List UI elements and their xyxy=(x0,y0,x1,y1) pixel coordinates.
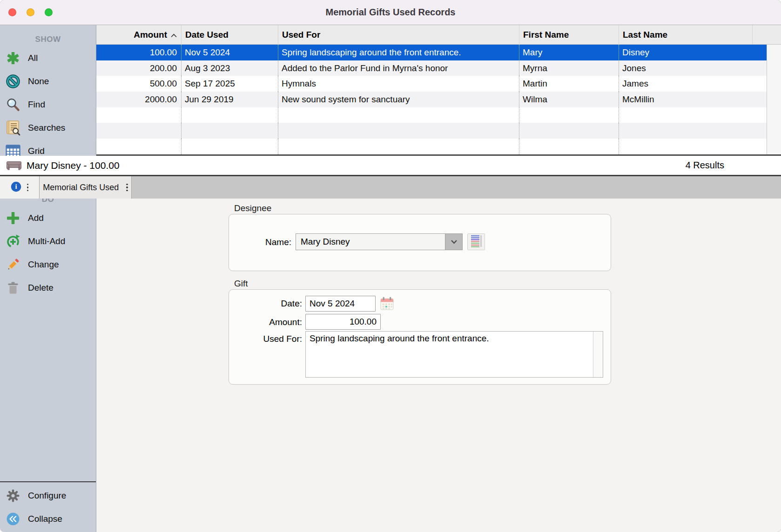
calendar-icon[interactable] xyxy=(380,297,394,310)
cell-first-name[interactable] xyxy=(519,107,619,123)
app-window: Memorial Gifts Used Records SHOWAllNoneF… xyxy=(0,0,781,532)
sidebar-item-add[interactable]: Add xyxy=(0,206,96,230)
sidebar-item-label: Change xyxy=(28,259,59,270)
cell-used-for[interactable]: Spring landscaping around the front entr… xyxy=(278,45,519,60)
sidebar-item-all[interactable]: All xyxy=(0,47,96,70)
sidebar-item-searches[interactable]: Searches xyxy=(0,116,96,140)
cell-amount[interactable] xyxy=(96,139,181,154)
cell-used-for[interactable] xyxy=(278,139,519,154)
cell-last-name[interactable]: McMillin xyxy=(619,92,767,107)
column-header-amount[interactable]: Amount xyxy=(96,25,181,44)
cell-date-used[interactable]: Nov 5 2024 xyxy=(181,45,278,60)
column-header-label: Date Used xyxy=(185,25,229,44)
info-icon[interactable]: i xyxy=(11,181,21,194)
amount-label: Amount: xyxy=(229,317,302,327)
cell-used-for[interactable]: Added to the Parlor Fund in Myrna's hono… xyxy=(278,60,519,76)
cell-used-for[interactable]: Hymnals xyxy=(278,76,519,92)
table-row-empty[interactable] xyxy=(96,107,781,123)
cell-last-name[interactable]: Jones xyxy=(619,60,767,76)
records-table: AmountDate UsedUsed ForFirst NameLast Na… xyxy=(96,25,781,156)
sidebar-item-configure[interactable]: Configure xyxy=(0,484,96,507)
used-for-label: Used For: xyxy=(229,334,302,344)
cell-last-name[interactable] xyxy=(619,139,767,154)
table-row-wilma-mcmillin[interactable]: 2000.00Jun 29 2019New sound system for s… xyxy=(96,92,781,107)
cell-amount[interactable]: 200.00 xyxy=(96,60,181,76)
column-header-date-used[interactable]: Date Used xyxy=(181,25,278,44)
cell-last-name[interactable]: Disney xyxy=(619,45,767,60)
cell-last-name[interactable] xyxy=(619,123,767,139)
table-row-empty[interactable] xyxy=(96,123,781,139)
sidebar-item-label: Collapse xyxy=(28,514,62,524)
header-gutter xyxy=(752,25,767,44)
cell-first-name[interactable] xyxy=(519,123,619,139)
sidebar-item-delete[interactable]: Delete xyxy=(0,276,96,299)
cell-used-for[interactable] xyxy=(278,107,519,123)
scroll-search-icon xyxy=(4,120,22,136)
date-label: Date: xyxy=(229,299,302,309)
plus-icon xyxy=(4,211,22,226)
date-input[interactable] xyxy=(305,296,376,312)
multi-add-icon xyxy=(4,234,22,249)
status-bar: Mary Disney - 100.00 4 Results xyxy=(0,156,781,175)
sidebar-item-change[interactable]: Change xyxy=(0,253,96,276)
cell-date-used[interactable] xyxy=(181,139,278,154)
minimize-button[interactable] xyxy=(27,8,34,16)
sidebar-item-none[interactable]: None xyxy=(0,70,96,93)
table-row-martin-james[interactable]: 500.00Sep 17 2025HymnalsMartinJames xyxy=(96,76,781,92)
name-list-button[interactable] xyxy=(467,233,485,250)
column-header-label: Used For xyxy=(282,25,320,44)
cell-first-name[interactable]: Martin xyxy=(519,76,619,92)
column-header-label: First Name xyxy=(523,25,569,44)
cell-amount[interactable]: 100.00 xyxy=(96,45,181,60)
cell-date-used[interactable] xyxy=(181,107,278,123)
sidebar: SHOWAllNoneFindSearchesGridReportsDOAddM… xyxy=(0,25,96,532)
table-row-empty[interactable] xyxy=(96,139,781,154)
cell-last-name[interactable]: James xyxy=(619,76,767,92)
cell-amount[interactable] xyxy=(96,123,181,139)
sidebar-item-collapse[interactable]: Collapse xyxy=(0,507,96,531)
trash-icon xyxy=(4,281,22,295)
name-combobox[interactable]: Mary Disney xyxy=(296,233,463,250)
column-header-used-for[interactable]: Used For xyxy=(278,25,519,44)
cell-first-name[interactable]: Wilma xyxy=(519,92,619,107)
column-header-first-name[interactable]: First Name xyxy=(519,25,619,44)
column-header-label: Last Name xyxy=(623,25,667,44)
cell-date-used[interactable] xyxy=(181,123,278,139)
column-header-last-name[interactable]: Last Name xyxy=(619,25,752,44)
table-row-myrna-jones[interactable]: 200.00Aug 3 2023Added to the Parlor Fund… xyxy=(96,60,781,76)
pew-icon xyxy=(6,161,22,170)
table-row-mary-disney[interactable]: 100.00Nov 5 2024Spring landscaping aroun… xyxy=(96,45,781,60)
cell-date-used[interactable]: Aug 3 2023 xyxy=(181,60,278,76)
gift-legend: Gift xyxy=(234,279,248,289)
cell-first-name[interactable]: Mary xyxy=(519,45,619,60)
cell-amount[interactable]: 2000.00 xyxy=(96,92,181,107)
used-for-scrollbar[interactable] xyxy=(593,332,603,377)
name-combobox-dropdown-button[interactable] xyxy=(445,234,462,250)
sidebar-item-label: Multi-Add xyxy=(28,236,65,246)
results-count: 4 Results xyxy=(686,160,724,171)
cell-date-used[interactable]: Jun 29 2019 xyxy=(181,92,278,107)
used-for-textarea[interactable]: Spring landscaping around the front entr… xyxy=(305,331,603,378)
cell-date-used[interactable]: Sep 17 2025 xyxy=(181,76,278,92)
column-header-label: Amount xyxy=(134,25,167,44)
sidebar-section-label-show: SHOW xyxy=(0,33,96,47)
sidebar-item-label: Configure xyxy=(28,491,66,501)
cell-first-name[interactable] xyxy=(519,139,619,154)
cell-used-for[interactable]: New sound system for sanctuary xyxy=(278,92,519,107)
cell-amount[interactable] xyxy=(96,107,181,123)
cell-last-name[interactable] xyxy=(619,107,767,123)
cell-first-name[interactable]: Myrna xyxy=(519,60,619,76)
tab-memorial-gifts-used[interactable]: Memorial Gifts Used xyxy=(40,176,132,199)
close-button[interactable] xyxy=(8,8,16,16)
sidebar-item-label: None xyxy=(28,76,49,86)
cell-used-for[interactable] xyxy=(278,123,519,139)
sidebar-item-multi-add[interactable]: Multi-Add xyxy=(0,230,96,253)
sort-asc-icon xyxy=(170,25,177,44)
tab-menu-icon[interactable] xyxy=(126,184,128,191)
zoom-button[interactable] xyxy=(45,8,53,16)
pencil-icon xyxy=(4,257,22,272)
cell-amount[interactable]: 500.00 xyxy=(96,76,181,92)
sidebar-item-find[interactable]: Find xyxy=(0,93,96,116)
amount-input[interactable] xyxy=(305,314,381,330)
more-options-icon[interactable] xyxy=(27,184,28,191)
